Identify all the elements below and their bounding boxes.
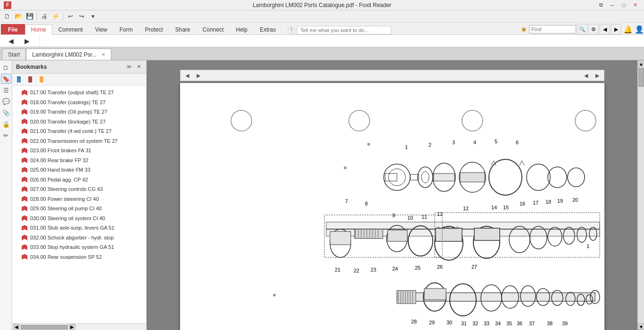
search-ribbon-input[interactable] (297, 26, 391, 34)
toolbar-sep-1 (37, 12, 37, 21)
bookmark-item[interactable]: 030.00 Steering oil system CI 40 (12, 214, 146, 223)
customize-btn[interactable]: ▾ (88, 11, 98, 22)
close-btn[interactable]: ✕ (630, 1, 640, 9)
svg-text:32: 32 (472, 321, 478, 326)
svg-point-9 (462, 110, 483, 131)
bell-icon[interactable]: 🔔 (623, 25, 633, 34)
scroll-thumb[interactable] (21, 325, 68, 330)
user-icon[interactable]: 👤 (635, 25, 644, 34)
view-right-btn[interactable]: ▶ (593, 71, 602, 80)
bookmark-item[interactable]: 023.00 Front brakes FA 31 (12, 146, 146, 156)
svg-point-116 (273, 294, 276, 297)
ribbon-content: ◀ ▶ (0, 34, 644, 47)
open-btn[interactable]: 📂 (13, 11, 24, 22)
svg-text:6: 6 (515, 140, 518, 145)
bookmark-item[interactable]: 031.00 Stub axle-susp, levers GA 51 (12, 223, 146, 233)
bookmark-label: 034.00 Rear suspension SP 52 (30, 253, 102, 261)
bookmark-label: 019.00 Transfer (Oil pump) TE 27 (30, 108, 107, 116)
bookmark-item[interactable]: 032.00 Schock abgorber - hydr. stop (12, 233, 146, 243)
bookmark-flag-icon (22, 138, 27, 144)
new-btn[interactable]: 🗋 (2, 11, 12, 22)
nav-prev-btn[interactable]: ◀ (4, 34, 18, 48)
find-prev-btn[interactable]: ◀ (600, 24, 610, 34)
bookmark-item[interactable]: 017.00 Transfer (output shaft) TE 27 (12, 88, 146, 98)
tab-start[interactable]: Start (2, 49, 26, 60)
bookmark-item[interactable]: 018.00 Transfer (castings) TE 27 (12, 98, 146, 107)
bookmark-style-btn[interactable] (26, 75, 36, 84)
bookmark-item[interactable]: 020.00 Transfer (linckage) TE 27 (12, 117, 146, 127)
viewer-navbar: ◀ ▶ ◀ ▶ (180, 70, 604, 81)
tab-file[interactable]: File (1, 24, 25, 34)
tab-home[interactable]: Home (25, 25, 52, 35)
svg-text:36: 36 (517, 321, 522, 326)
bookmark-item[interactable]: 027.00 Steering controls CG 43 (12, 184, 146, 194)
tab-document[interactable]: Lamborghini LM002 Psr... ✕ (26, 49, 111, 60)
view-left-btn[interactable]: ◀ (581, 71, 591, 80)
tab-comment[interactable]: Comment (52, 24, 89, 34)
star-icon[interactable]: ★ (520, 25, 527, 34)
tab-view[interactable]: View (89, 24, 114, 34)
minimize-btn[interactable]: ─ (607, 1, 618, 9)
svg-text:8: 8 (365, 201, 368, 206)
scroll-left-btn[interactable]: ◀ (13, 324, 20, 330)
bookmark-item[interactable]: 022.00 Transmission oil system TE 27 (12, 136, 146, 146)
nav-next-btn[interactable]: ▶ (20, 34, 34, 48)
panel-bottom-scrollbar[interactable]: ◀ ▶ (12, 323, 146, 330)
find-input[interactable] (529, 25, 576, 33)
tab-form[interactable]: Form (114, 24, 139, 34)
bookmark-item[interactable]: 028.00 Power steeering CI 40 (12, 194, 146, 204)
find-search-btn[interactable]: 🔍 (577, 24, 587, 34)
maximize-btn[interactable]: □ (619, 1, 629, 9)
pdf-viewer[interactable]: ◀ ▶ ◀ ▶ 1 2 3 4 5 (147, 60, 637, 330)
bookmark-item[interactable]: 019.00 Transfer (Oil pump) TE 27 (12, 107, 146, 117)
svg-text:1: 1 (586, 243, 589, 249)
bookmark-item[interactable]: 025.00 Hand brake FM 33 (12, 165, 146, 175)
edit-icon[interactable]: ✏ (1, 130, 11, 140)
comment-icon[interactable]: 💬 (1, 96, 11, 107)
tab-share[interactable]: Share (169, 24, 197, 34)
bookmark-item[interactable]: 021.00 Transfer (4 wd contr.) TE 27 (12, 126, 146, 136)
find-settings-btn[interactable]: ⚙ (588, 24, 599, 34)
redo-btn[interactable]: ↪ (76, 11, 87, 22)
bookmark-item[interactable]: 029.00 Steering oil pump CI 40 (12, 204, 146, 214)
right-scrollbar[interactable]: ▲ ▼ (637, 60, 644, 330)
undo-btn[interactable]: ↩ (65, 11, 75, 22)
panel-controls: ≫ ✕ (125, 63, 142, 71)
svg-point-29 (548, 167, 567, 188)
restore-btn[interactable]: ⧉ (596, 1, 606, 9)
svg-text:39: 39 (562, 321, 568, 326)
scroll-thumb-vertical[interactable] (638, 68, 644, 87)
tab-extras[interactable]: Extras (254, 24, 282, 34)
bookmark-item[interactable]: 026.00 Pedal agg. CP 42 (12, 175, 146, 185)
find-next-btn[interactable]: ▶ (611, 24, 621, 34)
tab-protect[interactable]: Protect (139, 24, 169, 34)
window-controls[interactable]: ⧉ ─ □ ✕ (596, 1, 640, 9)
svg-text:26: 26 (437, 264, 443, 270)
view-next-btn[interactable]: ▶ (194, 71, 203, 80)
bookmark-color-btn[interactable] (38, 75, 47, 84)
panel-expand-btn[interactable]: ≫ (125, 63, 133, 71)
bookmark-sidebar-icon[interactable]: 🔖 (1, 74, 11, 84)
panel-collapse-btn[interactable]: ✕ (135, 63, 142, 71)
save-btn[interactable]: 💾 (25, 11, 35, 22)
bookmark-add-btn[interactable] (15, 75, 25, 84)
page-thumbnail-icon[interactable]: 🗋 (1, 62, 11, 73)
bookmark-item[interactable]: 024.00 Rear brake FP 32 (12, 156, 146, 165)
bookmark-item[interactable]: 034.00 Rear suspension SP 52 (12, 252, 146, 262)
view-prev-btn[interactable]: ◀ (182, 71, 192, 80)
bookmark-item[interactable]: 033.00 Stop hydraulic system GA 51 (12, 242, 146, 252)
bookmark-label: 020.00 Transfer (linckage) TE 27 (30, 118, 106, 126)
tab-close-icon[interactable]: ✕ (101, 52, 105, 57)
layers-icon[interactable]: ☰ (1, 85, 11, 95)
security-icon[interactable]: 🔒 (1, 119, 11, 129)
scroll-down-arrow[interactable]: ▼ (638, 323, 644, 330)
quick-print-btn[interactable]: ⚡ (50, 11, 61, 22)
tab-help[interactable]: Help (230, 24, 254, 34)
print-btn[interactable]: 🖨 (39, 11, 50, 22)
bookmark-label: 031.00 Stub axle-susp, levers GA 51 (30, 224, 115, 232)
scroll-right-btn[interactable]: ▶ (69, 324, 75, 330)
attachment-icon[interactable]: 📎 (1, 107, 11, 118)
panel-title: Bookmarks (16, 64, 47, 70)
scroll-up-arrow[interactable]: ▲ (638, 60, 644, 67)
tab-connect[interactable]: Connect (197, 24, 230, 34)
